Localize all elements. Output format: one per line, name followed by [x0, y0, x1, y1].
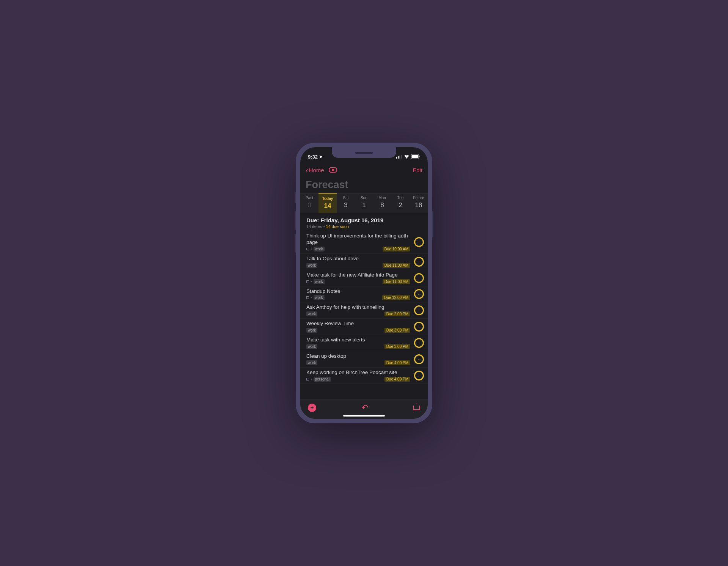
notch — [332, 147, 396, 158]
due-items-count: 14 items — [306, 224, 322, 229]
due-soon-count: 14 due soon — [326, 224, 349, 229]
flag-icon — [306, 248, 309, 250]
task-tag: work — [306, 360, 317, 365]
flag-icon — [306, 378, 309, 380]
add-button[interactable]: + — [308, 404, 316, 412]
forecast-day-row: Past0Today14Sat3Sun1Mon8Tue2Future18 — [300, 193, 428, 213]
signal-icon — [396, 154, 402, 160]
task-row[interactable]: Standup Notes•workDue 12:00 PM — [300, 286, 428, 303]
complete-circle[interactable] — [414, 371, 424, 380]
task-due-badge: Due 11:00 AM — [383, 263, 410, 268]
task-title: Make task for the new Affiliate Info Pag… — [306, 272, 410, 278]
task-row[interactable]: Ask Anthoy for help with tunnellingworkD… — [300, 302, 428, 319]
task-tag: work — [306, 344, 317, 349]
complete-circle[interactable] — [414, 305, 424, 315]
task-tag: personal — [314, 377, 331, 382]
phone-frame: 9:32 ➤ ‹ Home — [296, 143, 432, 423]
flag-icon — [306, 296, 309, 299]
task-tag: work — [314, 279, 325, 284]
day-cell-past[interactable]: Past0 — [300, 193, 318, 213]
task-tag: work — [314, 295, 325, 300]
complete-circle[interactable] — [414, 257, 424, 267]
svg-rect-1 — [398, 156, 399, 159]
task-tag: work — [306, 328, 317, 333]
svg-rect-3 — [401, 155, 402, 159]
nav-bar: ‹ Home Edit — [300, 162, 428, 178]
task-row[interactable]: Clean up desktopworkDue 4:00 PM — [300, 351, 428, 368]
task-title: Weekly Review Time — [306, 321, 410, 327]
status-time: 9:32 — [308, 154, 318, 160]
day-cell-future[interactable]: Future18 — [410, 193, 428, 213]
task-due-badge: Due 4:00 PM — [384, 377, 410, 382]
due-heading: Due: Friday, August 16, 2019 — [306, 217, 422, 223]
task-tag: work — [314, 247, 325, 252]
task-row[interactable]: Make task with new alertsworkDue 3:00 PM — [300, 335, 428, 351]
task-due-badge: Due 12:00 PM — [382, 295, 410, 300]
page-title: Forecast — [300, 178, 428, 193]
complete-circle[interactable] — [414, 338, 424, 348]
day-cell-today[interactable]: Today14 — [318, 193, 337, 213]
task-tag: work — [306, 311, 317, 316]
day-cell-sat[interactable]: Sat3 — [337, 193, 355, 213]
complete-circle[interactable] — [414, 273, 424, 283]
view-options-icon[interactable] — [329, 167, 337, 173]
back-button[interactable]: ‹ Home — [306, 166, 324, 174]
flag-icon — [306, 280, 309, 283]
task-row[interactable]: Make task for the new Affiliate Info Pag… — [300, 270, 428, 286]
content-scroll[interactable]: Due: Friday, August 16, 2019 14 items • … — [300, 213, 428, 399]
task-row[interactable]: Weekly Review TimeworkDue 3:00 PM — [300, 319, 428, 335]
task-title: Clean up desktop — [306, 353, 410, 360]
complete-circle[interactable] — [414, 322, 424, 332]
edit-button[interactable]: Edit — [413, 167, 422, 173]
task-title: Make task with new alerts — [306, 337, 410, 343]
undo-button[interactable]: ↶ — [361, 403, 368, 413]
svg-rect-0 — [396, 157, 397, 159]
task-due-badge: Due 2:00 PM — [384, 311, 410, 316]
task-title: Standup Notes — [306, 288, 410, 295]
task-due-badge: Due 3:00 PM — [384, 344, 410, 349]
chevron-left-icon: ‹ — [306, 166, 308, 174]
task-tag: work — [306, 263, 317, 268]
task-title: Think up UI improvements for the billing… — [306, 233, 410, 246]
day-cell-sun[interactable]: Sun1 — [355, 193, 373, 213]
home-indicator[interactable] — [343, 415, 385, 417]
svg-rect-6 — [419, 156, 420, 157]
task-title: Ask Anthoy for help with tunnelling — [306, 304, 410, 311]
svg-rect-5 — [412, 155, 419, 158]
battery-icon — [411, 154, 420, 160]
task-due-badge: Due 10:00 AM — [383, 247, 410, 252]
task-title: Keep working on BirchTree Podcast site — [306, 369, 410, 376]
task-due-badge: Due 3:00 PM — [384, 328, 410, 333]
task-due-badge: Due 4:00 PM — [384, 360, 410, 365]
complete-circle[interactable] — [414, 289, 424, 299]
task-list: Think up UI improvements for the billing… — [300, 231, 428, 384]
task-title: Talk to Ops about drive — [306, 256, 410, 262]
day-cell-mon[interactable]: Mon8 — [373, 193, 391, 213]
screen: 9:32 ➤ ‹ Home — [300, 147, 428, 419]
task-row[interactable]: Keep working on BirchTree Podcast site•p… — [300, 368, 428, 384]
wifi-icon — [404, 154, 410, 160]
back-label: Home — [309, 167, 324, 173]
task-due-badge: Due 11:00 AM — [383, 279, 410, 284]
day-cell-tue[interactable]: Tue2 — [391, 193, 410, 213]
due-header: Due: Friday, August 16, 2019 14 items • … — [300, 213, 428, 231]
complete-circle[interactable] — [414, 354, 424, 364]
task-row[interactable]: Talk to Ops about driveworkDue 11:00 AM — [300, 254, 428, 270]
location-icon: ➤ — [319, 154, 323, 159]
svg-rect-2 — [399, 156, 400, 159]
task-row[interactable]: Think up UI improvements for the billing… — [300, 231, 428, 254]
share-button[interactable]: ↑ — [413, 406, 420, 410]
complete-circle[interactable] — [414, 237, 424, 247]
